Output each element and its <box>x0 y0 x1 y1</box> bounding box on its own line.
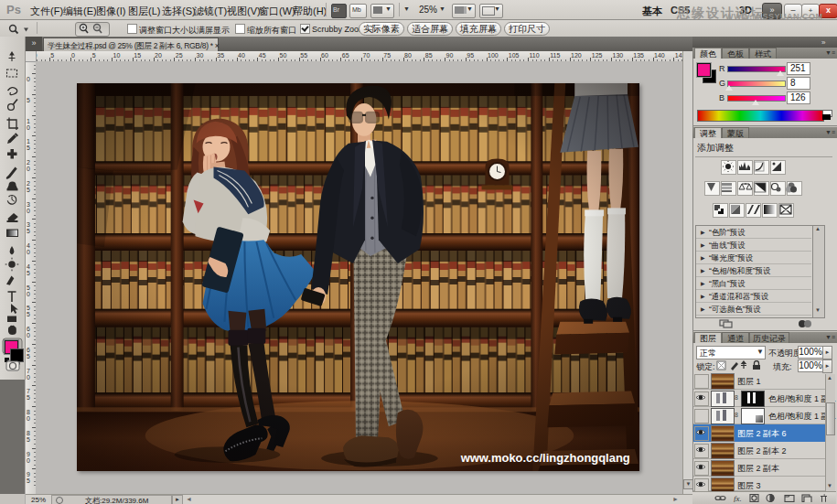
svg-text:fx.: fx. <box>734 494 742 502</box>
svg-text:www.moko.cc/lingzhongqlang: www.moko.cc/lingzhongqlang <box>460 451 630 465</box>
